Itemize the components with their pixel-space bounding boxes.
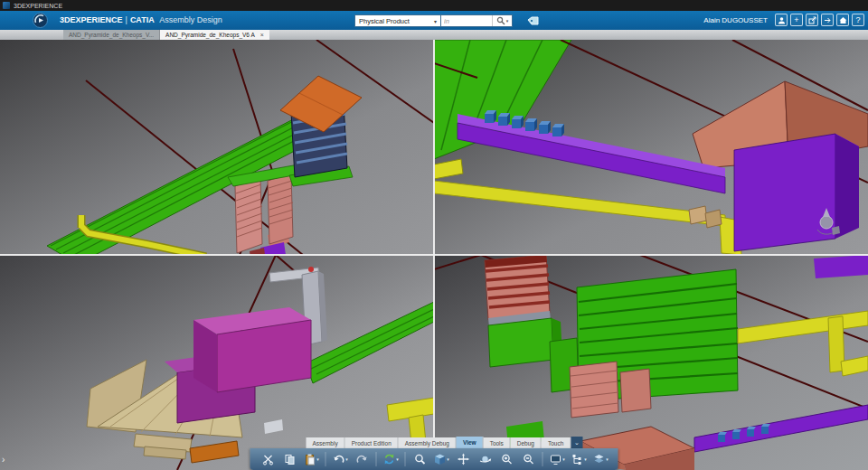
view-cube-button[interactable]: ▾ [431,450,452,468]
chevron-down-icon: ▾ [434,18,437,24]
viewport-area: › [0,40,868,470]
zoom-out-icon [522,453,534,465]
chevron-down-icon: ▾ [584,456,587,462]
chevron-down-icon: ▾ [562,456,565,462]
action-bar: Assembly Product Edition Assembly Debug … [250,437,618,470]
copy-button[interactable] [279,450,300,468]
share-button[interactable] [806,14,818,26]
search-button[interactable]: ▾ [492,15,512,26]
action-bar-tabs: Assembly Product Edition Assembly Debug … [307,437,583,448]
tab-assembly-debug[interactable]: Assembly Debug [399,437,457,448]
action-bar-toolbar: ▾ ▾ ▾ [250,448,618,470]
tab-assembly[interactable]: Assembly [307,437,345,448]
chevron-down-icon: ▾ [606,456,609,462]
pan-icon [457,453,469,465]
chevron-down-icon: ▾ [316,456,319,462]
app-module: Assembly Design [156,15,225,24]
screen-button[interactable]: ▾ [547,450,568,468]
help-button[interactable]: ? [852,14,864,26]
search-box: ▾ [441,14,513,27]
compass-logo-icon[interactable] [33,13,48,28]
toolbar-separator [405,452,406,466]
redo-icon [355,453,368,465]
fit-all-icon [413,453,426,465]
home-button[interactable] [836,14,849,26]
user-name: Alain DUGOUSSET [703,16,768,24]
update-button[interactable]: ▾ [381,450,401,468]
brand-text: 3DEXPERIENCE [60,15,123,24]
toolbar-separator [542,452,543,466]
app-title: 3DEXPERIENCE|CATIA Assembly Design [60,15,225,24]
window-titlebar: 3DEXPERIENCE [0,0,868,11]
screen-icon [549,453,561,465]
header: 3DEXPERIENCE|CATIA Assembly Design Physi… [0,11,868,30]
paste-button[interactable]: ▾ [301,450,322,468]
chevron-down-icon: ▾ [447,456,449,462]
copy-icon [283,453,296,465]
close-icon[interactable]: × [260,32,264,38]
user-profile-button[interactable] [775,14,788,26]
viewport-top-right[interactable] [434,40,868,255]
window-title: 3DEXPERIENCE [14,3,62,9]
tag-icon [527,16,539,26]
layers-button[interactable]: ▾ [590,450,611,468]
chevron-down-icon: ▾ [396,456,399,462]
tab-product-edition[interactable]: Product Edition [345,437,399,448]
tab-tools[interactable]: Tools [484,437,511,448]
cut-icon [261,453,274,465]
layers-icon [592,453,605,465]
paste-icon [303,453,316,465]
chevron-down-icon: ▾ [345,456,348,462]
zoom-in-button[interactable] [496,450,517,468]
tree-icon [571,453,583,465]
viewport-divider-horizontal[interactable] [0,254,868,256]
undo-icon [332,453,344,465]
pan-button[interactable] [453,450,474,468]
view-cube-icon [433,453,446,465]
search-input[interactable] [441,15,492,26]
document-tab[interactable]: AND_Pyramide_de_Kheops_V... [63,30,160,40]
document-tab-bar: AND_Pyramide_de_Kheops_V... AND_Pyramide… [0,30,868,40]
toolbar-separator [326,452,326,466]
fit-all-button[interactable] [410,450,430,468]
zoom-in-icon [500,453,513,465]
zoom-out-button[interactable] [518,450,539,468]
share-icon [808,16,816,24]
add-button[interactable]: + [790,14,803,26]
chevron-down-icon: ▾ [506,18,509,24]
orbit-icon [478,453,491,465]
app-name: CATIA [130,15,155,24]
title-divider: | [123,15,130,24]
undo-button[interactable]: ▾ [330,450,351,468]
document-tab-label: AND_Pyramide_de_Kheops_V6 A [165,32,255,38]
tag-button[interactable] [525,14,540,27]
document-tab-active[interactable]: AND_Pyramide_de_Kheops_V6 A × [160,30,269,40]
app-icon [3,2,10,9]
document-tab-label: AND_Pyramide_de_Kheops_V... [69,32,154,38]
open-button[interactable] [821,14,834,26]
home-icon [839,16,847,24]
search-scope-value: Physical Product [359,17,410,25]
toolbar-separator [376,452,377,466]
tree-button[interactable]: ▾ [569,450,590,468]
search-icon [496,16,505,25]
search-group: Physical Product ▾ ▾ [354,14,540,27]
tab-touch[interactable]: Touch [542,437,571,448]
update-icon [382,453,395,465]
user-area: Alain DUGOUSSET + ? [703,14,864,26]
arrow-right-icon [824,16,832,24]
viewport-top-left[interactable] [0,40,434,255]
panel-expander-icon[interactable]: › [2,455,5,465]
cut-button[interactable] [258,450,278,468]
search-scope-select[interactable]: Physical Product ▾ [354,14,441,27]
tab-debug[interactable]: Debug [511,437,542,448]
redo-button[interactable] [352,450,373,468]
user-icon [778,16,786,24]
collapse-action-bar-button[interactable]: ⌄ [571,437,582,448]
orbit-button[interactable] [475,450,495,468]
tab-view[interactable]: View [457,437,484,448]
